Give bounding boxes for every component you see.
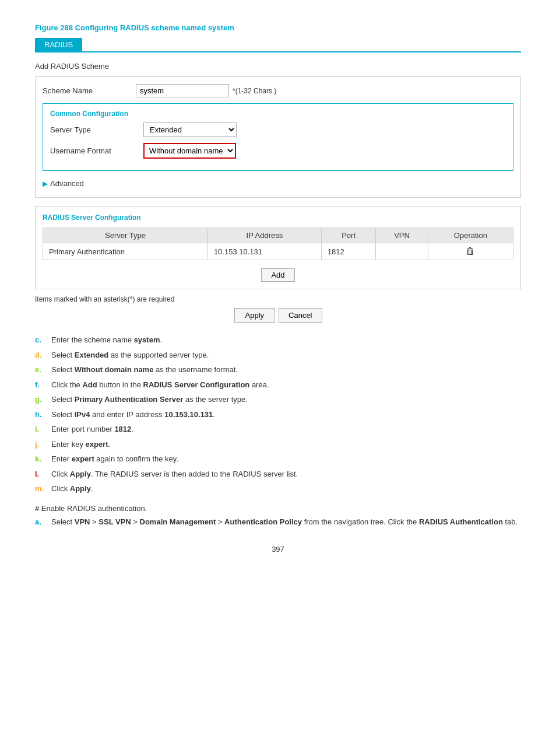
- col-server-type: Server Type: [43, 228, 208, 243]
- list-item: i. Enter port number 1812.: [35, 424, 521, 435]
- step-text: Enter the scheme name system.: [51, 334, 162, 346]
- server-type-select[interactable]: Extended Standard: [143, 123, 237, 137]
- step-text: Select Primary Authentication Server as …: [51, 394, 248, 405]
- figure-title: Figure 288 Configuring RADIUS scheme nam…: [35, 23, 521, 32]
- step-text: Select Without domain name as the userna…: [51, 364, 238, 376]
- scheme-name-hint: *(1-32 Chars.): [233, 87, 276, 95]
- col-ip-address: IP Address: [207, 228, 321, 243]
- cancel-button[interactable]: Cancel: [279, 308, 322, 323]
- list-item: g. Select Primary Authentication Server …: [35, 394, 521, 405]
- action-row: Apply Cancel: [35, 308, 521, 323]
- server-type-row: Server Type Extended Standard: [50, 123, 506, 137]
- tab-bar: RADIUS: [35, 38, 521, 52]
- instruction-a-list: a. Select VPN > SSL VPN > Domain Managem…: [35, 516, 521, 528]
- step-letter: f.: [35, 379, 51, 391]
- radius-server-legend: RADIUS Server Configuration: [43, 214, 513, 222]
- step-letter: d.: [35, 349, 51, 361]
- username-select-wrapper: Without domain name With domain name: [143, 143, 236, 159]
- table-row: Primary Authentication 10.153.10.131 181…: [43, 243, 513, 260]
- cell-ip: 10.153.10.131: [207, 243, 321, 260]
- list-item: j. Enter key expert.: [35, 439, 521, 450]
- username-format-row: Username Format Without domain name With…: [50, 143, 506, 159]
- username-format-select[interactable]: Without domain name With domain name: [143, 143, 236, 159]
- scheme-name-label: Scheme Name: [43, 86, 136, 95]
- cell-server-type: Primary Authentication: [43, 243, 208, 260]
- step-text: Select IPv4 and enter IP address 10.153.…: [51, 409, 215, 421]
- page-number: 397: [35, 545, 521, 554]
- list-item: e. Select Without domain name as the use…: [35, 364, 521, 376]
- step-text: Click Apply.: [51, 483, 93, 495]
- step-letter-a: a.: [35, 516, 51, 528]
- step-letter: j.: [35, 439, 51, 450]
- step-letter: c.: [35, 334, 51, 346]
- cell-vpn: [376, 243, 428, 260]
- step-text: Enter key expert.: [51, 439, 110, 450]
- step-text: Select Extended as the supported server …: [51, 349, 209, 361]
- section-title: Add RADIUS Scheme: [35, 62, 521, 71]
- step-letter: e.: [35, 364, 51, 376]
- list-item: f. Click the Add button in the RADIUS Se…: [35, 379, 521, 391]
- step-text: Click the Add button in the RADIUS Serve…: [51, 379, 269, 391]
- col-operation: Operation: [428, 228, 513, 243]
- server-type-label: Server Type: [50, 125, 143, 134]
- step-text: Enter expert again to confirm the key.: [51, 453, 178, 465]
- common-config-group: Common Configuration Server Type Extende…: [43, 103, 513, 171]
- step-letter: g.: [35, 394, 51, 405]
- step-text: Enter port number 1812.: [51, 424, 133, 435]
- instruction-a-item: a. Select VPN > SSL VPN > Domain Managem…: [35, 516, 521, 528]
- form-outer: Scheme Name *(1-32 Chars.) Common Config…: [35, 76, 521, 198]
- col-vpn: VPN: [376, 228, 428, 243]
- required-note: Items marked with an asterisk(*) are req…: [35, 295, 521, 303]
- col-port: Port: [321, 228, 375, 243]
- advanced-label: Advanced: [50, 179, 84, 188]
- step-letter: i.: [35, 424, 51, 435]
- list-item: c. Enter the scheme name system.: [35, 334, 521, 346]
- delete-icon[interactable]: 🗑: [466, 246, 475, 256]
- advanced-arrow-icon: ▶: [43, 180, 48, 188]
- radius-tab[interactable]: RADIUS: [35, 38, 82, 51]
- username-format-label: Username Format: [50, 146, 143, 155]
- list-item: l. Click Apply. The RADIUS server is the…: [35, 468, 521, 480]
- cell-port: 1812: [321, 243, 375, 260]
- server-table: Server Type IP Address Port VPN Operatio…: [43, 228, 513, 260]
- step-letter: m.: [35, 483, 51, 495]
- step-letter: l.: [35, 468, 51, 480]
- scheme-name-row: Scheme Name *(1-32 Chars.): [43, 84, 513, 97]
- step-letter: h.: [35, 409, 51, 421]
- add-server-button[interactable]: Add: [261, 268, 294, 282]
- advanced-row[interactable]: ▶ Advanced: [43, 177, 513, 190]
- instruction-a-text: Select VPN > SSL VPN > Domain Management…: [51, 516, 518, 528]
- cell-operation[interactable]: 🗑: [428, 243, 513, 260]
- list-item: h. Select IPv4 and enter IP address 10.1…: [35, 409, 521, 421]
- radius-server-section: RADIUS Server Configuration Server Type …: [35, 206, 521, 289]
- list-item: k. Enter expert again to confirm the key…: [35, 453, 521, 465]
- step-letter: k.: [35, 453, 51, 465]
- hash-note: # Enable RADIUS authentication.: [35, 504, 521, 513]
- list-item: d. Select Extended as the supported serv…: [35, 349, 521, 361]
- scheme-name-input[interactable]: [136, 84, 229, 97]
- list-item: m. Click Apply.: [35, 483, 521, 495]
- apply-button[interactable]: Apply: [234, 308, 276, 323]
- instructions-list: c. Enter the scheme name system. d. Sele…: [35, 334, 521, 495]
- common-config-legend: Common Configuration: [50, 110, 506, 118]
- step-text: Click Apply. The RADIUS server is then a…: [51, 468, 298, 480]
